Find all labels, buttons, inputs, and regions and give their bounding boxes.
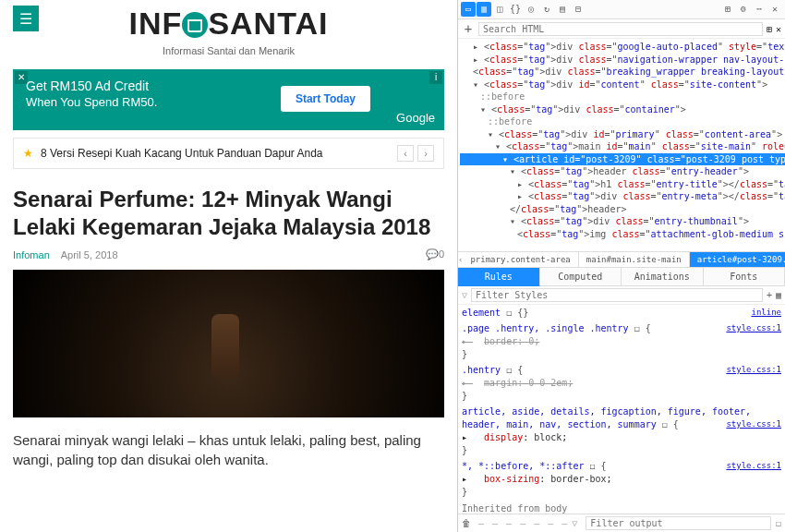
persist-icon[interactable]: ☐ — [776, 518, 781, 528]
dom-node[interactable]: <class="tag">div class="breaking_wrapper… — [460, 66, 785, 79]
styles-filter-bar: ▽ + ▦ — [458, 286, 785, 305]
tab-animations[interactable]: Animations — [622, 268, 704, 286]
dom-node[interactable]: ▾ <article id="post-3209" class="post-32… — [460, 153, 785, 166]
toggle-classes-icon[interactable]: ▦ — [776, 290, 781, 300]
css-rule[interactable]: .page .hentry, .single .hentry ☐ {style.… — [462, 322, 781, 361]
debugger-icon[interactable]: {} — [508, 2, 523, 17]
cup-icon — [182, 12, 208, 38]
responsive-icon[interactable]: ▥ — [477, 2, 491, 17]
site-logo[interactable]: INFSANTAI — [13, 6, 444, 42]
ad-line1: Get RM150 Ad Credit — [26, 79, 431, 93]
css-panel-tabs: RulesComputedAnimationsFonts — [458, 268, 785, 286]
menu-button[interactable]: ☰ — [13, 6, 39, 31]
post-meta: Infoman April 5, 2018 💬0 — [13, 248, 444, 260]
ad-info-icon[interactable]: i — [429, 71, 442, 84]
devtools-footer: 🗑 – – – – – – – ▽ ☐ — [458, 514, 785, 532]
dom-node[interactable]: ▸ <class="tag">h1 class="entry-title"></… — [460, 178, 785, 191]
dom-node[interactable]: ▾ <class="tag">div class="container"> — [460, 103, 785, 116]
performance-icon[interactable]: ↻ — [539, 2, 554, 17]
css-rule[interactable]: article, aside, details, figcaption, fig… — [462, 405, 781, 457]
tab-computed[interactable]: Computed — [540, 268, 622, 286]
comment-count[interactable]: 💬0 — [426, 248, 444, 260]
filter-styles-input[interactable] — [471, 288, 763, 302]
add-rule-icon[interactable]: + — [767, 290, 772, 300]
devtools-toolbar: ▭ ▥ ◫ {} ◎ ↻ ▤ ⊟ ⊞ ⚙ ⋯ ✕ — [458, 0, 785, 19]
dom-node[interactable]: ▾ <class="tag">div class="entry-thumbnai… — [460, 215, 785, 228]
dom-node[interactable]: ▾ <class="tag">header class="entry-heade… — [460, 165, 785, 178]
close-icon[interactable]: ✕ — [767, 2, 782, 17]
tagline: Informasi Santai dan Menarik — [13, 45, 444, 56]
inherited-label: Inherited from body — [462, 502, 781, 514]
hamburger-icon: ☰ — [19, 10, 32, 28]
dom-node[interactable]: <class="tag">img class="attachment-glob-… — [460, 228, 785, 241]
settings-icon[interactable]: ⚙ — [736, 2, 751, 17]
memory-icon[interactable]: ▤ — [555, 2, 570, 17]
dom-node[interactable]: ▾ <class="tag">div id="primary" class="c… — [460, 128, 785, 141]
dom-node[interactable]: ▸ <class="tag">div class="google-auto-pl… — [460, 41, 785, 54]
breadcrumb: ‹ primary.content-area main#main.site-ma… — [458, 251, 785, 268]
ticker-text[interactable]: 8 Versi Resepi Kuah Kacang Untuk Panduan… — [41, 147, 323, 160]
devtools-panel: ▭ ▥ ◫ {} ◎ ↻ ▤ ⊟ ⊞ ⚙ ⋯ ✕ + ⊞ ✕ ▸ <class=… — [457, 0, 785, 532]
css-rule[interactable]: .hentry ☐ {style.css:1▸ margin: 0 0 2em;… — [462, 364, 781, 403]
storage-icon[interactable]: ⊟ — [571, 2, 586, 17]
post-thumbnail — [13, 270, 444, 417]
filter-output-icon: ▽ — [572, 518, 577, 528]
console-icon[interactable]: ◫ — [492, 2, 507, 17]
filter-icon: ▽ — [462, 290, 467, 300]
crumb-item[interactable]: primary.content-area — [463, 252, 578, 267]
css-rules-panel[interactable]: element ☐ {inline}.page .hentry, .single… — [458, 305, 785, 514]
trash-icon[interactable]: 🗑 — [462, 518, 471, 528]
ad-banner[interactable]: ✕ i Get RM150 Ad Credit When You Spend R… — [13, 69, 444, 130]
logo-text-pre: INF — [129, 6, 183, 41]
crumb-item-active[interactable]: article#post-3209.post-3209.post.t — [690, 252, 785, 267]
tab-fonts[interactable]: Fonts — [704, 268, 786, 286]
crumb-item[interactable]: main#main.site-main — [579, 252, 690, 267]
dom-node[interactable]: ▾ <class="tag">main id="main" class="sit… — [460, 140, 785, 153]
inspector-icon[interactable]: ▭ — [461, 2, 476, 17]
expand-icon[interactable]: ⊞ — [767, 24, 772, 34]
dom-node[interactable]: ▸ <class="tag">div class="navigation-wra… — [460, 54, 785, 66]
filter-output-input[interactable] — [586, 516, 771, 530]
dock-icon[interactable]: ⊞ — [720, 2, 735, 17]
post-date: April 5, 2018 — [61, 249, 118, 260]
css-rule[interactable]: element ☐ {inline} — [462, 307, 781, 320]
ad-cta-button[interactable]: Start Today — [281, 86, 370, 112]
tab-rules[interactable]: Rules — [458, 268, 540, 286]
network-icon[interactable]: ◎ — [524, 2, 538, 17]
ad-line2: When You Spend RM50. — [26, 95, 431, 109]
news-ticker: ★ 8 Versi Resepi Kuah Kacang Untuk Pandu… — [13, 138, 444, 169]
more-icon[interactable]: ⋯ — [752, 2, 767, 17]
dom-tree[interactable]: ▸ <class="tag">div class="google-auto-pl… — [458, 39, 785, 251]
post-title: Senarai Perfume: 12+ Minyak Wangi Lelaki… — [13, 186, 444, 241]
dom-node[interactable]: ▾ <class="tag">div id="content" class="s… — [460, 79, 785, 91]
ad-close-icon[interactable]: ✕ — [15, 71, 28, 84]
dom-node[interactable]: </class="tag">header> — [460, 203, 785, 216]
css-rule[interactable]: *, *::before, *::after ☐ {style.css:1▸ b… — [462, 460, 781, 499]
close-search-icon[interactable]: ✕ — [776, 24, 781, 34]
add-node-icon[interactable]: + — [462, 21, 475, 36]
star-icon: ★ — [23, 147, 33, 160]
dom-node[interactable]: ::before — [460, 115, 785, 128]
ticker-prev-button[interactable]: ‹ — [397, 145, 414, 162]
dom-node[interactable]: ▸ <class="tag">div class="entry-meta"></… — [460, 190, 785, 203]
post-excerpt: Senarai minyak wangi lelaki – khas untuk… — [13, 430, 444, 469]
dom-search-bar: + ⊞ ✕ — [458, 19, 785, 39]
dom-node[interactable]: ::before — [460, 91, 785, 103]
ad-brand: Google — [396, 111, 435, 125]
search-html-input[interactable] — [478, 22, 763, 36]
ticker-next-button[interactable]: › — [417, 145, 434, 162]
author-link[interactable]: Infoman — [13, 249, 50, 260]
logo-text-post: SANTAI — [208, 6, 328, 41]
